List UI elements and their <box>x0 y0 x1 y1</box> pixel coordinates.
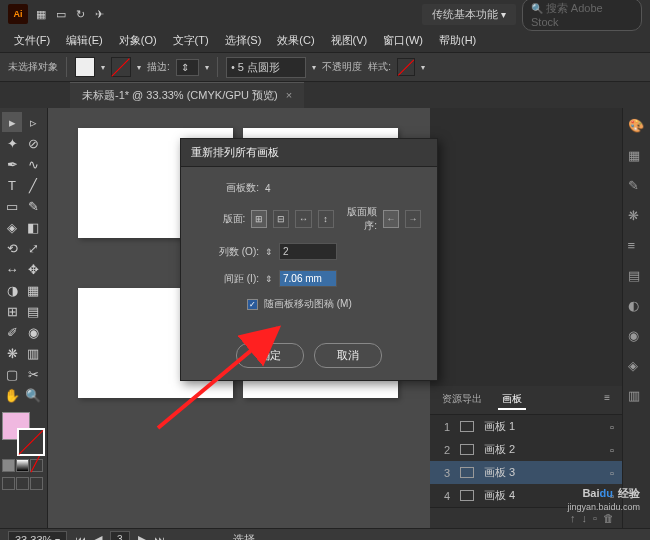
menu-object[interactable]: 对象(O) <box>113 30 163 51</box>
ok-button[interactable]: 确定 <box>236 343 304 368</box>
menu-window[interactable]: 窗口(W) <box>377 30 429 51</box>
delete-icon[interactable]: 🗑 <box>603 512 614 524</box>
move-art-checkbox[interactable]: ✓ <box>247 299 258 310</box>
layout-grid-col-icon[interactable]: ⊟ <box>273 210 289 228</box>
app-logo-icon: Ai <box>8 4 28 24</box>
brushes-panel-icon[interactable]: ✎ <box>628 178 646 196</box>
count-label: 画板数: <box>197 181 259 195</box>
menu-edit[interactable]: 编辑(E) <box>60 30 109 51</box>
style-swatch[interactable] <box>397 58 415 76</box>
artboard-row[interactable]: 2画板 2▫ <box>430 438 622 461</box>
zoom-tool[interactable]: 🔍 <box>23 385 43 405</box>
count-value: 4 <box>265 183 271 194</box>
artboard-row[interactable]: 4画板 4▫ <box>430 484 622 507</box>
new-artboard-icon[interactable]: ▫ <box>593 512 597 524</box>
rect-tool[interactable]: ▭ <box>2 196 22 216</box>
order-ltr-icon[interactable]: ← <box>383 210 399 228</box>
menu-help[interactable]: 帮助(H) <box>433 30 482 51</box>
collapsed-panel-tabs: 🎨 ▦ ✎ ❋ ≡ ▤ ◐ ◉ ◈ ▥ <box>622 108 650 528</box>
symbols-panel-icon[interactable]: ❋ <box>628 208 646 226</box>
gradient-panel-icon[interactable]: ▤ <box>628 268 646 286</box>
doc-tab-bar: 未标题-1* @ 33.33% (CMYK/GPU 预览)× <box>0 82 650 108</box>
mesh-tool[interactable]: ⊞ <box>2 301 22 321</box>
panel-menu-icon[interactable]: ≡ <box>600 390 614 410</box>
artboard-tool[interactable]: ▢ <box>2 364 22 384</box>
wand-tool[interactable]: ✦ <box>2 133 22 153</box>
gradient-tool[interactable]: ▤ <box>23 301 43 321</box>
doc-tab[interactable]: 未标题-1* @ 33.33% (CMYK/GPU 预览)× <box>70 82 304 108</box>
bridge-icon[interactable]: ▦ <box>36 8 46 21</box>
lasso-tool[interactable]: ⊘ <box>23 133 43 153</box>
shape-tool[interactable]: ◑ <box>2 280 22 300</box>
cols-input[interactable] <box>279 243 337 260</box>
free-tool[interactable]: ✥ <box>23 259 43 279</box>
transparency-panel-icon[interactable]: ◐ <box>628 298 646 316</box>
move-up-icon[interactable]: ↑ <box>570 512 576 524</box>
opacity-label: 不透明度 <box>322 60 362 74</box>
color-panel-icon[interactable]: 🎨 <box>628 118 646 136</box>
tab-artboards[interactable]: 画板 <box>498 390 526 410</box>
move-down-icon[interactable]: ↓ <box>582 512 588 524</box>
fill-swatch[interactable] <box>75 57 95 77</box>
layout-row-icon[interactable]: ↔ <box>295 210 311 228</box>
styles-panel-icon[interactable]: ◈ <box>628 358 646 376</box>
search-input[interactable]: 🔍 搜索 Adobe Stock <box>522 0 642 31</box>
rotate-tool[interactable]: ⟲ <box>2 238 22 258</box>
hand-tool[interactable]: ✋ <box>2 385 22 405</box>
artboard-row[interactable]: 3画板 3▫ <box>430 461 622 484</box>
cancel-button[interactable]: 取消 <box>314 343 382 368</box>
menu-type[interactable]: 文字(T) <box>167 30 215 51</box>
brush-def[interactable]: • 5 点圆形 <box>226 57 306 78</box>
curve-tool[interactable]: ∿ <box>23 154 43 174</box>
appearance-panel-icon[interactable]: ◉ <box>628 328 646 346</box>
zoom-level[interactable]: 33.33% ▾ <box>8 531 67 541</box>
arrange-icon[interactable]: ▭ <box>56 8 66 21</box>
menu-file[interactable]: 文件(F) <box>8 30 56 51</box>
eyedrop-tool[interactable]: ✐ <box>2 322 22 342</box>
selection-tool[interactable]: ▸ <box>2 112 22 132</box>
workspace-switcher[interactable]: 传统基本功能 ▾ <box>422 4 516 25</box>
eraser-tool[interactable]: ◧ <box>23 217 43 237</box>
close-tab-icon[interactable]: × <box>286 89 292 101</box>
nav-last-icon[interactable]: ⏭ <box>154 534 165 541</box>
type-tool[interactable]: T <box>2 175 22 195</box>
menu-view[interactable]: 视图(V) <box>325 30 374 51</box>
tab-asset-export[interactable]: 资源导出 <box>438 390 486 410</box>
shaper-tool[interactable]: ◈ <box>2 217 22 237</box>
artboard-nav[interactable]: 3 <box>110 531 130 540</box>
style-label: 样式: <box>368 60 391 74</box>
stroke-swatch[interactable] <box>111 57 131 77</box>
blend-tool[interactable]: ◉ <box>23 322 43 342</box>
order-rtl-icon[interactable]: → <box>405 210 421 228</box>
screen-mode-icons[interactable] <box>2 477 43 490</box>
nav-next-icon[interactable]: ▶ <box>138 533 146 540</box>
layout-col-icon[interactable]: ↕ <box>318 210 334 228</box>
menu-select[interactable]: 选择(S) <box>219 30 268 51</box>
stroke-panel-icon[interactable]: ≡ <box>628 238 646 256</box>
width-tool[interactable]: ↔ <box>2 259 22 279</box>
nav-first-icon[interactable]: ⏮ <box>75 534 86 541</box>
spacing-input[interactable] <box>279 270 337 287</box>
persp-tool[interactable]: ▦ <box>23 280 43 300</box>
send-icon[interactable]: ✈ <box>95 8 104 21</box>
nav-prev-icon[interactable]: ◀ <box>94 533 102 540</box>
line-tool[interactable]: ╱ <box>23 175 43 195</box>
pen-tool[interactable]: ✒ <box>2 154 22 174</box>
scale-tool[interactable]: ⤢ <box>23 238 43 258</box>
stroke-weight[interactable]: ⇕ <box>176 59 200 76</box>
symbol-tool[interactable]: ❋ <box>2 343 22 363</box>
move-art-label: 随画板移动图稿 (M) <box>264 297 352 311</box>
direct-select-tool[interactable]: ▹ <box>23 112 43 132</box>
brush-tool[interactable]: ✎ <box>23 196 43 216</box>
menu-effect[interactable]: 效果(C) <box>271 30 320 51</box>
sync-icon[interactable]: ↻ <box>76 8 85 21</box>
slice-tool[interactable]: ✂ <box>23 364 43 384</box>
fill-stroke-control[interactable] <box>2 412 45 456</box>
layout-grid-row-icon[interactable]: ⊞ <box>251 210 267 228</box>
swatches-panel-icon[interactable]: ▦ <box>628 148 646 166</box>
artboard-row[interactable]: 1画板 1▫ <box>430 415 622 438</box>
layers-panel-icon[interactable]: ▥ <box>628 388 646 406</box>
graph-tool[interactable]: ▥ <box>23 343 43 363</box>
menu-bar: 文件(F) 编辑(E) 对象(O) 文字(T) 选择(S) 效果(C) 视图(V… <box>0 28 650 52</box>
color-mode-icons[interactable]: ╱ <box>2 459 43 472</box>
